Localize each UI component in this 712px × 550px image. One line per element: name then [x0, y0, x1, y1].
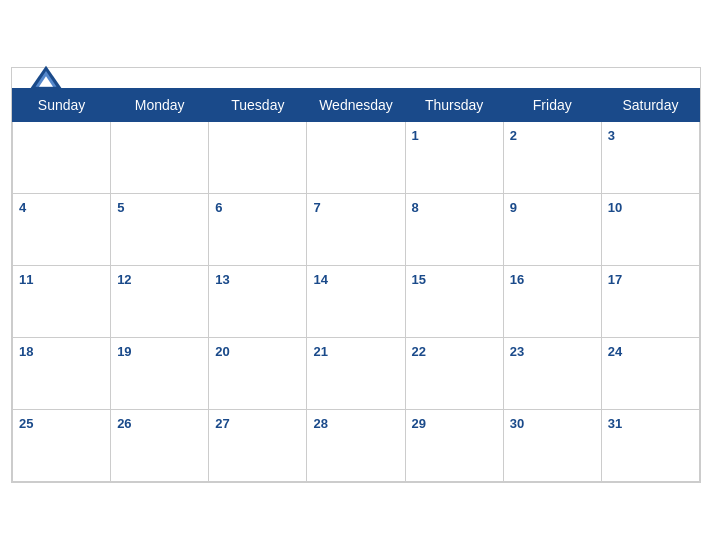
- day-cell-28: 28: [307, 410, 405, 482]
- day-number-6: 6: [215, 200, 222, 215]
- day-number-28: 28: [313, 416, 327, 431]
- weekday-header-monday: Monday: [111, 89, 209, 122]
- week-row-1: 123: [13, 122, 700, 194]
- day-number-18: 18: [19, 344, 33, 359]
- calendar-container: SundayMondayTuesdayWednesdayThursdayFrid…: [11, 67, 701, 483]
- day-cell-22: 22: [405, 338, 503, 410]
- day-number-31: 31: [608, 416, 622, 431]
- day-cell-31: 31: [601, 410, 699, 482]
- day-number-29: 29: [412, 416, 426, 431]
- empty-cell: [307, 122, 405, 194]
- day-number-23: 23: [510, 344, 524, 359]
- day-cell-4: 4: [13, 194, 111, 266]
- day-number-1: 1: [412, 128, 419, 143]
- day-cell-3: 3: [601, 122, 699, 194]
- empty-cell: [111, 122, 209, 194]
- week-row-2: 45678910: [13, 194, 700, 266]
- day-number-30: 30: [510, 416, 524, 431]
- logo-area: [28, 64, 64, 92]
- empty-cell: [209, 122, 307, 194]
- day-number-13: 13: [215, 272, 229, 287]
- day-cell-16: 16: [503, 266, 601, 338]
- day-cell-18: 18: [13, 338, 111, 410]
- calendar-header: [12, 68, 700, 88]
- day-number-9: 9: [510, 200, 517, 215]
- calendar-grid: SundayMondayTuesdayWednesdayThursdayFrid…: [12, 88, 700, 482]
- day-cell-8: 8: [405, 194, 503, 266]
- day-cell-6: 6: [209, 194, 307, 266]
- day-number-12: 12: [117, 272, 131, 287]
- day-cell-26: 26: [111, 410, 209, 482]
- day-cell-12: 12: [111, 266, 209, 338]
- day-cell-9: 9: [503, 194, 601, 266]
- day-number-16: 16: [510, 272, 524, 287]
- general-blue-logo-icon: [28, 64, 64, 92]
- day-cell-13: 13: [209, 266, 307, 338]
- day-cell-5: 5: [111, 194, 209, 266]
- day-cell-20: 20: [209, 338, 307, 410]
- day-cell-11: 11: [13, 266, 111, 338]
- day-cell-2: 2: [503, 122, 601, 194]
- day-number-11: 11: [19, 272, 33, 287]
- day-number-7: 7: [313, 200, 320, 215]
- day-cell-23: 23: [503, 338, 601, 410]
- day-number-20: 20: [215, 344, 229, 359]
- day-cell-1: 1: [405, 122, 503, 194]
- day-number-25: 25: [19, 416, 33, 431]
- day-cell-7: 7: [307, 194, 405, 266]
- weekday-header-friday: Friday: [503, 89, 601, 122]
- day-cell-29: 29: [405, 410, 503, 482]
- day-number-3: 3: [608, 128, 615, 143]
- day-number-8: 8: [412, 200, 419, 215]
- day-number-26: 26: [117, 416, 131, 431]
- day-number-14: 14: [313, 272, 327, 287]
- day-number-10: 10: [608, 200, 622, 215]
- weekday-header-tuesday: Tuesday: [209, 89, 307, 122]
- weekday-header-wednesday: Wednesday: [307, 89, 405, 122]
- day-cell-14: 14: [307, 266, 405, 338]
- day-number-2: 2: [510, 128, 517, 143]
- day-number-17: 17: [608, 272, 622, 287]
- empty-cell: [13, 122, 111, 194]
- weekday-header-sunday: Sunday: [13, 89, 111, 122]
- day-cell-19: 19: [111, 338, 209, 410]
- weekday-header-thursday: Thursday: [405, 89, 503, 122]
- day-cell-30: 30: [503, 410, 601, 482]
- day-number-19: 19: [117, 344, 131, 359]
- day-number-24: 24: [608, 344, 622, 359]
- day-number-27: 27: [215, 416, 229, 431]
- day-number-15: 15: [412, 272, 426, 287]
- day-number-5: 5: [117, 200, 124, 215]
- week-row-5: 25262728293031: [13, 410, 700, 482]
- day-cell-15: 15: [405, 266, 503, 338]
- day-cell-27: 27: [209, 410, 307, 482]
- day-cell-25: 25: [13, 410, 111, 482]
- weekday-header-saturday: Saturday: [601, 89, 699, 122]
- week-row-4: 18192021222324: [13, 338, 700, 410]
- day-cell-24: 24: [601, 338, 699, 410]
- day-number-22: 22: [412, 344, 426, 359]
- weekday-header-row: SundayMondayTuesdayWednesdayThursdayFrid…: [13, 89, 700, 122]
- day-number-4: 4: [19, 200, 26, 215]
- day-number-21: 21: [313, 344, 327, 359]
- day-cell-10: 10: [601, 194, 699, 266]
- day-cell-21: 21: [307, 338, 405, 410]
- day-cell-17: 17: [601, 266, 699, 338]
- week-row-3: 11121314151617: [13, 266, 700, 338]
